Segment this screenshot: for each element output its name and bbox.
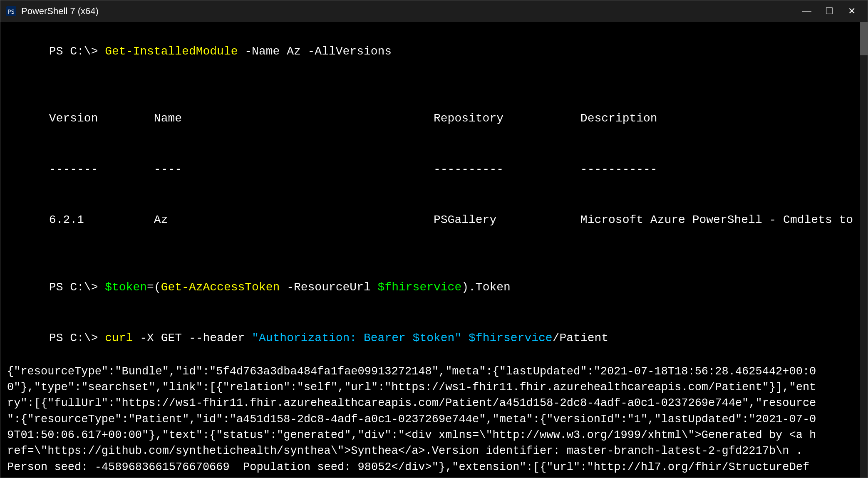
powershell-window: PS PowerShell 7 (x64) — ☐ ✕ PS C:\> Get-… [0, 0, 868, 478]
curl-args: -X GET --header [133, 332, 252, 344]
app-icon: PS [5, 5, 17, 17]
table-row-1: 6.2.1 Az PSGallery Microsoft Azure Power… [7, 195, 861, 245]
auth-header: "Authorization: Bearer $token" [252, 332, 461, 344]
fhirservice-var-1: $fhirservice [378, 281, 462, 294]
empty-line-1 [7, 77, 861, 94]
col-dashes: ------- ---- ---------- ----------- [49, 163, 657, 176]
scrollbar-thumb[interactable] [860, 22, 868, 55]
command-line-2: PS C:\> $token=(Get-AzAccessToken -Resou… [7, 262, 861, 313]
empty-line-2 [7, 245, 861, 262]
row-version: 6.2.1 Az PSGallery Microsoft Azure Power… [49, 213, 867, 226]
cmd-args-1: -Name Az -AllVersions [238, 45, 392, 58]
prompt-3: PS C:\> [49, 332, 105, 344]
get-token-cmd: Get-AzAccessToken [161, 281, 280, 294]
terminal-body[interactable]: PS C:\> Get-InstalledModule -Name Az -Al… [0, 22, 868, 478]
curl-cmd: curl [105, 332, 133, 344]
command-line-1: PS C:\> Get-InstalledModule -Name Az -Al… [7, 26, 861, 77]
prompt-2: PS C:\> [49, 281, 105, 294]
col-version: Version Name Repository Description [49, 112, 657, 125]
patient-path: /Patient [553, 332, 608, 344]
title-bar: PS PowerShell 7 (x64) — ☐ ✕ [0, 0, 868, 22]
maximize-button[interactable]: ☐ [818, 0, 840, 22]
token-eq: =( [147, 281, 161, 294]
window-controls: — ☐ ✕ [796, 0, 863, 22]
fhirservice-var-2: $fhirservice [469, 332, 553, 344]
resource-url-flag: -ResourceUrl [280, 281, 377, 294]
scrollbar[interactable] [860, 22, 868, 478]
window-title: PowerShell 7 (x64) [21, 6, 796, 17]
command-line-3: PS C:\> curl -X GET --header "Authorizat… [7, 313, 861, 364]
table-dashes: ------- ---- ---------- ----------- [7, 144, 861, 195]
token-suffix: ).Token [461, 281, 511, 294]
prompt-1: PS C:\> [49, 45, 105, 58]
table-header: Version Name Repository Description [7, 94, 861, 144]
svg-text:PS: PS [7, 8, 15, 15]
cmd-get-installed: Get-InstalledModule [105, 45, 238, 58]
minimize-button[interactable]: — [796, 0, 818, 22]
space-1 [461, 332, 469, 344]
token-var: $token [105, 281, 147, 294]
json-output: {"resourceType":"Bundle","id":"5f4d763a3… [7, 364, 861, 478]
close-button[interactable]: ✕ [841, 0, 863, 22]
